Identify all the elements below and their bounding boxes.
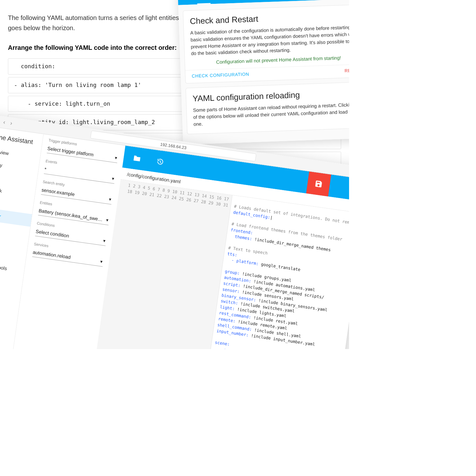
close-icon[interactable]: ✕ [344, 177, 349, 202]
field-conditions[interactable]: ConditionsSelect condition▼ [35, 221, 108, 246]
sidebar-item-label: Developer Tools [0, 261, 7, 271]
nav-forward-icon[interactable]: › [10, 120, 13, 127]
chevron-down-icon: ▼ [108, 197, 112, 202]
card-title: Check and Restart [190, 10, 349, 26]
yaml-reload-card: YAML configuration reloading Some parts … [186, 82, 349, 135]
card-body: A basic validation of the configuration … [190, 23, 349, 57]
editor-main: ✕ /config/configuration.yaml 1 2 3 4 5 6… [87, 146, 349, 349]
field-entities[interactable]: EntitiesBattery (sensor.ikea_of_swed…▼ [38, 200, 111, 225]
card-body: Some parts of Home Assistant can reload … [193, 101, 349, 127]
save-button[interactable] [306, 171, 331, 196]
field-events[interactable]: Events*▼ [44, 159, 116, 184]
folder-icon[interactable] [133, 155, 142, 162]
restart-button[interactable]: RESTART [345, 67, 349, 73]
chevron-down-icon: ▼ [99, 259, 104, 264]
sidebar-item-label: Overview [0, 148, 9, 156]
history-icon[interactable] [156, 157, 165, 166]
chevron-down-icon: ▼ [111, 176, 115, 182]
chevron-down-icon: ▼ [102, 239, 107, 244]
field-search-entity[interactable]: Search entitysensor.example▼ [41, 180, 114, 205]
check-restart-card: Check and Restart A basic validation of … [183, 4, 349, 84]
devtools-panel: YAMLSTATESSERVICESTEMPLATEEVENTS Check a… [178, 0, 349, 145]
sidebar-item-label: Energy [0, 160, 3, 168]
check-configuration-button[interactable]: CHECK CONFIGURATION [192, 71, 249, 78]
chevron-down-icon: ▼ [105, 218, 109, 223]
nav-back-icon[interactable]: ‹ [3, 119, 6, 126]
chevron-down-icon: ▼ [114, 155, 118, 161]
sidebar-item-label: Logbook [0, 186, 2, 194]
field-services[interactable]: Servicesautomation.reload▼ [32, 242, 105, 267]
tab-yaml[interactable]: YAML [197, 0, 210, 4]
app-title: Home Assistant [0, 132, 33, 146]
card-title: YAML configuration reloading [192, 88, 349, 103]
sidebar-item-label: File editor [0, 211, 1, 219]
